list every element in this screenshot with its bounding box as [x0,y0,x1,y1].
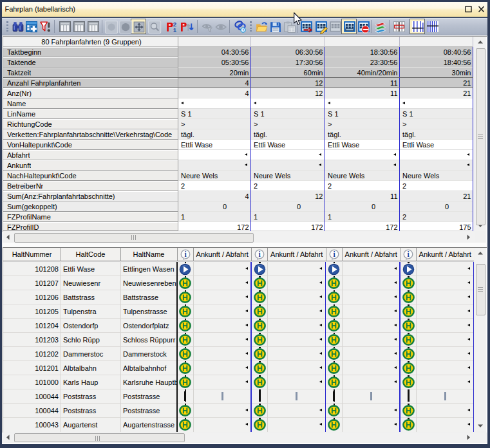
svg-text:1: 1 [173,26,177,33]
